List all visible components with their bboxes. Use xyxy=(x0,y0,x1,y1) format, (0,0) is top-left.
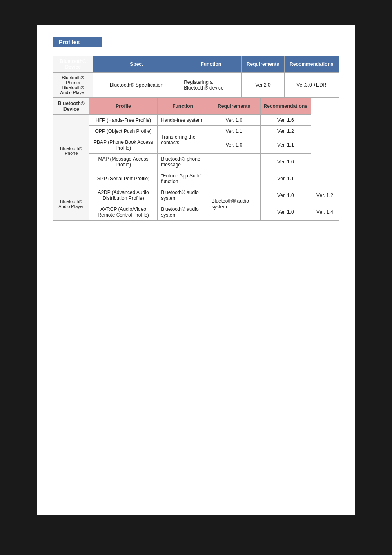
profile-cell: OPP (Object Push Profile) xyxy=(89,126,158,137)
table-row: Bluetooth® Audio PlayerA2DP (Advanced Au… xyxy=(53,187,339,204)
function-cell: Bluetooth® audio system xyxy=(158,187,208,204)
col-header-spec: Spec. xyxy=(93,56,180,73)
profile-cell: MAP (Message Access Profile) xyxy=(89,154,158,170)
table-row: SPP (Serial Port Profile)"Entune App Sui… xyxy=(53,170,339,187)
function-cell: Bluetooth® audio system xyxy=(158,204,208,221)
function-cell: Bluetooth® audio system xyxy=(208,187,260,221)
rec-cell: Ver. 1.1 xyxy=(260,137,311,154)
table-row: MAP (Message Access Profile)Bluetooth® p… xyxy=(53,154,339,170)
profile-cell: SPP (Serial Port Profile) xyxy=(89,170,158,187)
table-row: Bluetooth® Phone/ Bluetooth® Audio Playe… xyxy=(53,73,339,98)
req-cell: — xyxy=(208,170,260,187)
col2-header-function: Function xyxy=(158,98,208,115)
table-2: Bluetooth® Device Profile Function Requi… xyxy=(53,98,339,221)
profile-cell: A2DP (Advanced Audio Distribution Profil… xyxy=(89,187,158,204)
rec-cell: Ver. 1.2 xyxy=(311,187,339,204)
device-cell: Bluetooth® Phone xyxy=(53,115,89,187)
req-cell: Ver.2.0 xyxy=(242,73,284,98)
req-cell: Ver. 1.0 xyxy=(208,137,260,154)
req-cell: Ver. 1.0 xyxy=(208,115,260,126)
req-cell: Ver. 1.1 xyxy=(208,126,260,137)
profile-cell: HFP (Hands-Free Profile) xyxy=(89,115,158,126)
profile-cell: PBAP (Phone Book Access Profile) xyxy=(89,137,158,154)
function-cell: Bluetooth® phone message xyxy=(158,154,208,170)
page: Profiles Bluetooth® Device Spec. Functio… xyxy=(37,25,355,515)
table-row: OPP (Object Push Profile)Transferring th… xyxy=(53,126,339,137)
rec-cell: Ver. 1.1 xyxy=(260,170,311,187)
col2-header-device: Bluetooth® Device xyxy=(53,98,89,115)
rec-cell: Ver. 1.2 xyxy=(260,126,311,137)
spec-cell: Bluetooth® Specification xyxy=(93,73,180,98)
col2-header-req: Requirements xyxy=(208,98,260,115)
rec-cell: Ver. 1.4 xyxy=(311,204,339,221)
col-header-req: Requirements xyxy=(242,56,284,73)
col-header-rec: Recommendations xyxy=(284,56,339,73)
col2-header-profile: Profile xyxy=(89,98,158,115)
device-cell: Bluetooth® Audio Player xyxy=(53,187,89,221)
function-cell: Transferring the contacts xyxy=(158,126,208,154)
rec-cell: Ver. 1.0 xyxy=(260,154,311,170)
function-cell: "Entune App Suite" function xyxy=(158,170,208,187)
req-cell: Ver. 1.0 xyxy=(260,187,311,204)
rec-cell: Ver. 1.6 xyxy=(260,115,311,126)
section-title: Profiles xyxy=(53,37,102,47)
profile-cell: AVRCP (Audio/Video Remote Control Profil… xyxy=(89,204,158,221)
rec-cell: Ver.3.0 +EDR xyxy=(284,73,339,98)
table-row: Bluetooth® PhoneHFP (Hands-Free Profile)… xyxy=(53,115,339,126)
col-header-device: Bluetooth® Device xyxy=(53,56,93,73)
col-header-function: Function xyxy=(180,56,242,73)
col2-header-rec: Recommendations xyxy=(260,98,311,115)
function-cell: Hands-free system xyxy=(158,115,208,126)
table-1: Bluetooth® Device Spec. Function Require… xyxy=(53,56,339,98)
req-cell: Ver. 1.0 xyxy=(260,204,311,221)
req-cell: — xyxy=(208,154,260,170)
function-cell: Registering a Bluetooth® device xyxy=(180,73,242,98)
table-row: AVRCP (Audio/Video Remote Control Profil… xyxy=(53,204,339,221)
device-cell: Bluetooth® Phone/ Bluetooth® Audio Playe… xyxy=(53,73,93,98)
